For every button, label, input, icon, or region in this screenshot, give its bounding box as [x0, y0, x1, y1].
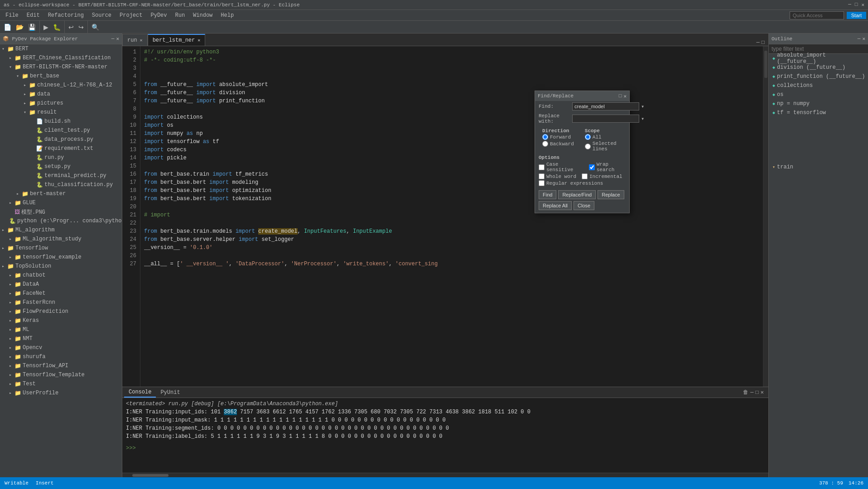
- menu-item-run[interactable]: Run: [172, 11, 189, 19]
- tree-item-run-py[interactable]: 🐍 run.py: [0, 153, 122, 162]
- case-sensitive-checkbox[interactable]: [539, 164, 545, 170]
- tree-item-setup-py[interactable]: 🐍 setup.py: [0, 162, 122, 171]
- find-dropdown-icon[interactable]: ▾: [641, 103, 644, 110]
- tree-item-python[interactable]: 🐍 python (e:\Progr... conda3\python.exe): [0, 216, 122, 225]
- tree-item-data[interactable]: ▸ 📁 data: [0, 90, 122, 99]
- tree-item-requirement[interactable]: 📝 requirement.txt: [0, 144, 122, 153]
- menu-item-source[interactable]: Source: [88, 11, 115, 19]
- toolbar-search[interactable]: 🔍: [90, 23, 101, 32]
- toolbar-run[interactable]: ▶: [42, 23, 50, 32]
- tree-item-tensorflow-api[interactable]: ▸ 📁 Tensorflow_API: [0, 361, 122, 370]
- tab-run-close[interactable]: ✕: [140, 38, 143, 43]
- regex-checkbox[interactable]: [539, 180, 545, 186]
- tree-item-pictures[interactable]: ▸ 📁 pictures: [0, 99, 122, 108]
- toolbar-debug[interactable]: 🐛: [51, 23, 63, 32]
- wrap-search-checkbox[interactable]: [589, 164, 595, 170]
- console-clear-icon[interactable]: 🗑: [743, 389, 748, 396]
- direction-forward[interactable]: Forward: [542, 134, 574, 140]
- pe-close-icon[interactable]: ✕: [116, 36, 119, 42]
- option-regex[interactable]: Regular expressions: [539, 180, 626, 187]
- find-button[interactable]: Find: [539, 190, 556, 199]
- tree-item-build-sh[interactable]: 📄 build.sh: [0, 117, 122, 126]
- menu-item-edit[interactable]: Edit: [23, 11, 43, 19]
- tree-item-tensorflow-example[interactable]: ▸ 📁 tensorflow_example: [0, 253, 122, 262]
- start-button[interactable]: Start: [847, 12, 866, 19]
- tab-bert-lstm-ner-close[interactable]: ✕: [198, 38, 200, 43]
- menu-item-help[interactable]: Help: [217, 11, 237, 19]
- tree-item-facenet[interactable]: ▸ 📁 FaceNet: [0, 289, 122, 298]
- maximize-button[interactable]: □: [855, 2, 858, 8]
- menu-item-pydev[interactable]: PyDev: [147, 11, 170, 19]
- scope-selected-radio[interactable]: [585, 144, 591, 149]
- tree-item-topsolution[interactable]: ▸ 📁 TopSolution: [0, 262, 122, 271]
- console-close-icon[interactable]: ✕: [761, 389, 764, 396]
- tree-item-chatbot[interactable]: ▸ 📁 chatbot: [0, 271, 122, 280]
- option-case-sensitive[interactable]: Case sensitive Wrap search: [539, 161, 626, 173]
- tree-item-shurufa[interactable]: ▸ 📁 shurufa: [0, 352, 122, 361]
- toolbar-new[interactable]: 📄: [2, 23, 13, 32]
- close-button[interactable]: Close: [574, 201, 594, 210]
- whole-word-checkbox[interactable]: [539, 173, 545, 179]
- tree-item-terminal-predict[interactable]: 🐍 terminal_predict.py: [0, 171, 122, 180]
- package-explorer-content[interactable]: ▾ 📁 BERT ▸ 📁 BERT_Chinese_Classification…: [0, 44, 122, 477]
- tree-item-opencv[interactable]: ▸ 📁 Opencv: [0, 343, 122, 352]
- tree-item-thu-classification[interactable]: 🐍 thu_classification.py: [0, 180, 122, 189]
- direction-forward-radio[interactable]: [542, 134, 548, 140]
- tree-item-tensorflow[interactable]: ▸ 📁 Tensorflow: [0, 244, 122, 253]
- code-content[interactable]: #!/ usr/bin/env python3 # -*- coding:utf…: [140, 46, 763, 387]
- console-maximize-icon[interactable]: □: [756, 389, 759, 396]
- tree-item-bert[interactable]: ▾ 📁 BERT: [0, 44, 122, 53]
- scope-all[interactable]: All: [585, 134, 622, 140]
- pe-minimize-icon[interactable]: —: [111, 36, 115, 42]
- tree-item-bert-chinese[interactable]: ▸ 📁 BERT_Chinese_Classification: [0, 53, 122, 62]
- outline-item-absolute-import[interactable]: ◆ absolute_import (__future__): [769, 54, 868, 63]
- tab-console[interactable]: Console: [124, 388, 156, 398]
- editor-maximize-icon[interactable]: □: [762, 39, 765, 46]
- tree-item-bert-bilstm[interactable]: ▾ 📁 BERT-BILSTM-CRF-NER-master: [0, 62, 122, 72]
- tree-item-ml[interactable]: ▸ 📁 ML: [0, 325, 122, 334]
- direction-backward[interactable]: Backward: [542, 140, 574, 147]
- tree-item-keras[interactable]: ▸ 📁 Keras: [0, 316, 122, 325]
- find-replace-minimize-icon[interactable]: □: [619, 93, 622, 99]
- menu-item-refactoring[interactable]: Refactoring: [44, 11, 87, 19]
- tree-item-tensorflow-template[interactable]: ▸ 📁 Tensorflow_Template: [0, 370, 122, 379]
- scope-all-radio[interactable]: [585, 134, 591, 140]
- toolbar-open[interactable]: 📂: [14, 23, 25, 32]
- tree-item-client-test[interactable]: 🐍 client_test.py: [0, 126, 122, 135]
- editor-minimize-icon[interactable]: —: [757, 39, 760, 46]
- tree-item-nmt[interactable]: ▸ 📁 NMT: [0, 334, 122, 343]
- replace-dropdown-icon[interactable]: ▾: [641, 115, 644, 122]
- replace-find-button[interactable]: Replace/Find: [558, 190, 596, 199]
- quick-access-input[interactable]: [790, 11, 844, 19]
- outline-minimize-icon[interactable]: —: [858, 36, 861, 42]
- tree-item-bert-master[interactable]: ▸ 📁 bert-master: [0, 189, 122, 198]
- tree-item-userprofile[interactable]: ▸ 📁 UserProfile: [0, 388, 122, 398]
- scrollbar-minimap[interactable]: [763, 46, 768, 387]
- tree-item-ml-algorithm-study[interactable]: ▸ 📁 ML_algorithm_study: [0, 235, 122, 244]
- menu-item-file[interactable]: File: [2, 11, 22, 19]
- menu-item-project[interactable]: Project: [116, 11, 146, 19]
- tree-item-bert-base[interactable]: ▾ 📁 bert_base: [0, 72, 122, 81]
- outline-item-tf[interactable]: ◆ tf = tensorflow: [769, 108, 868, 117]
- option-whole-word[interactable]: Whole word Incremental: [539, 173, 626, 180]
- outline-item-os[interactable]: ◆ os: [769, 90, 868, 99]
- outline-close-icon[interactable]: ✕: [862, 36, 865, 42]
- tab-run[interactable]: run ✕: [122, 34, 148, 46]
- close-button[interactable]: ✕: [861, 2, 864, 8]
- tree-item-chinese-model[interactable]: ▸ 📁 chinese_L-12_H-768_A-12: [0, 81, 122, 90]
- tree-item-result[interactable]: ▾ 📁 result: [0, 108, 122, 117]
- minimize-button[interactable]: ─: [848, 2, 851, 8]
- tab-bert-lstm-ner[interactable]: bert_lstm_ner ✕: [148, 34, 206, 46]
- tree-item-fasterrcnn[interactable]: ▸ 📁 FasterRcnn: [0, 298, 122, 307]
- incremental-checkbox[interactable]: [582, 173, 588, 179]
- outline-item-print-function[interactable]: ◆ print_function (__future__): [769, 72, 868, 81]
- find-input[interactable]: [572, 102, 639, 110]
- toolbar-undo[interactable]: ↩: [67, 23, 76, 32]
- tree-item-model-png[interactable]: 🖼 模型.PNG: [0, 207, 122, 216]
- outline-item-train[interactable]: ▾ train: [769, 163, 868, 172]
- replace-input[interactable]: [572, 115, 639, 123]
- find-replace-close-icon[interactable]: ✕: [623, 93, 627, 99]
- tree-item-test[interactable]: ▸ 📁 Test: [0, 379, 122, 388]
- scope-selected[interactable]: Selected lines: [585, 140, 622, 152]
- tab-pyunit[interactable]: PyUnit: [156, 388, 184, 398]
